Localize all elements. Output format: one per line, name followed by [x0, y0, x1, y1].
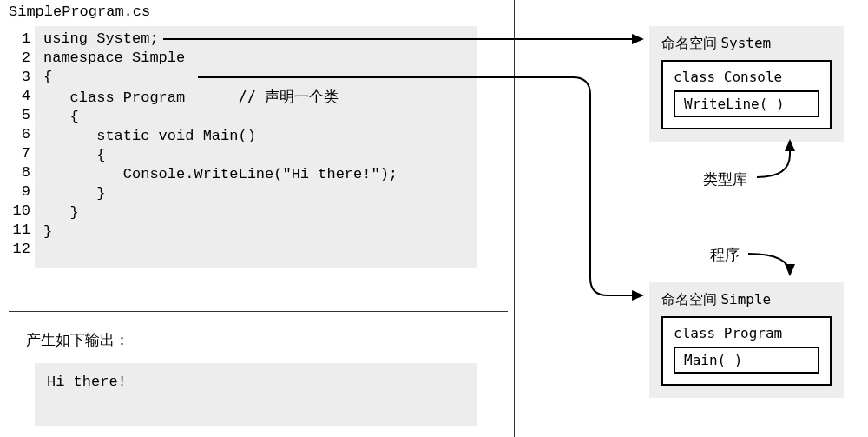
- class-program-title: class Program: [674, 325, 819, 341]
- line-number-gutter: 1 2 3 4 5 6 7 8 9 10 11 12: [4, 30, 30, 259]
- line-number: 10: [4, 202, 30, 221]
- class-program-box: class Program Main( ): [661, 316, 832, 386]
- class-console-title: class Console: [674, 69, 819, 85]
- type-library-label: 类型库: [703, 169, 747, 189]
- namespace-system-box: 命名空间 System class Console WriteLine( ): [649, 26, 844, 142]
- output-block: Hi there!: [35, 363, 477, 426]
- program-label: 程序: [710, 245, 740, 265]
- code-line: Console.WriteLine("Hi there!");: [43, 165, 469, 184]
- method-writeline-box: WriteLine( ): [674, 90, 819, 117]
- namespace-simple-title: 命名空间 Simple: [661, 291, 832, 309]
- output-label: 产生如下输出：: [26, 330, 129, 350]
- code-line: {: [43, 68, 469, 87]
- line-number: 11: [4, 221, 30, 240]
- divider: [9, 311, 508, 312]
- line-number: 1: [4, 30, 30, 49]
- line-number: 7: [4, 144, 30, 163]
- code-line: }: [43, 222, 469, 242]
- code-line: class Program // 声明一个类: [43, 87, 469, 108]
- line-number: 5: [4, 106, 30, 125]
- code-line: using System;: [43, 30, 469, 49]
- line-number: 9: [4, 182, 30, 202]
- namespace-system-title: 命名空间 System: [661, 35, 832, 53]
- code-line: }: [43, 203, 469, 222]
- code-line: }: [43, 184, 469, 203]
- filename-label: SimpleProgram.cs: [9, 3, 150, 20]
- code-block: using System; namespace Simple { class P…: [35, 26, 477, 268]
- line-number: 12: [4, 240, 30, 259]
- code-line: static void Main(): [43, 127, 469, 146]
- line-number: 6: [4, 125, 30, 144]
- method-main-box: Main( ): [674, 347, 819, 374]
- line-number: 4: [4, 87, 30, 106]
- line-number: 8: [4, 163, 30, 182]
- code-line: {: [43, 108, 469, 127]
- vertical-divider: [514, 0, 515, 437]
- code-comment: // 声明一个类: [238, 88, 339, 105]
- line-number: 3: [4, 68, 30, 87]
- class-console-box: class Console WriteLine( ): [661, 60, 832, 129]
- code-line: {: [43, 146, 469, 165]
- namespace-simple-box: 命名空间 Simple class Program Main( ): [649, 282, 844, 398]
- code-line: namespace Simple: [43, 49, 469, 68]
- line-number: 2: [4, 49, 30, 68]
